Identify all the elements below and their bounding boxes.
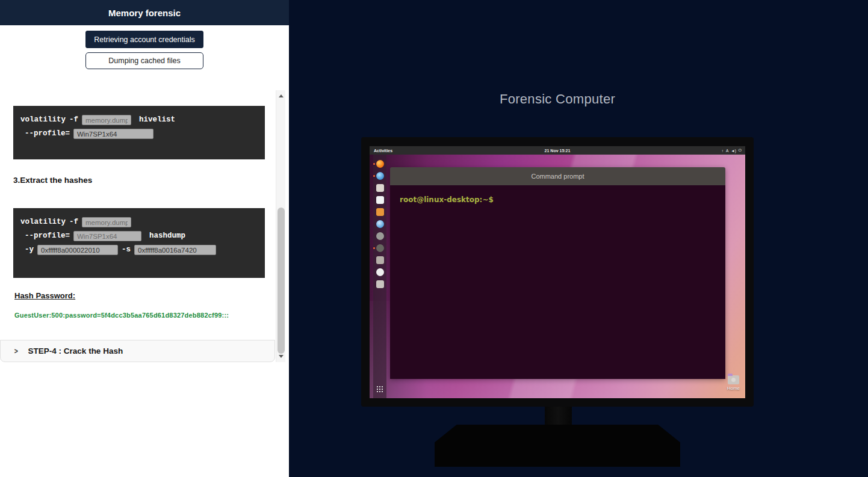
tab-retrieving-account-credentials[interactable]: Retrieving account credentials [85,31,203,48]
home-folder-label: Home [727,386,740,391]
forensic-computer-title: Forensic Computer [361,91,754,107]
terminal-title: Command prompt [531,173,584,180]
accordion-label: STEP-4 : Crack the Hash [28,346,123,355]
monitor: Activities 21 Nov 15:21 ↑ A ◄) ⏻ [361,137,754,407]
memory-forensic-panel: Memory forensic Retrieving account crede… [0,0,289,477]
archive-icon[interactable] [376,268,384,276]
memory-dump-input[interactable] [82,115,131,125]
command-line: -y -s [20,243,258,257]
command-block-hivelist: volatility -f hivelist --profile= [13,106,265,159]
power-icon[interactable]: ⏻ [739,148,742,153]
cmd-volatility: volatility [20,113,66,127]
clock-button[interactable]: 21 Nov 15:21 [370,149,745,153]
system-offset-input[interactable] [37,245,118,255]
command-line: --profile= hashdump [20,229,258,243]
files-icon[interactable] [376,184,384,192]
flag-s: -s [122,243,131,257]
command-line: --profile= [20,127,258,141]
panel-header: Memory forensic [0,0,289,25]
document-icon[interactable] [376,196,384,204]
plugin-hivelist: hivelist [135,113,175,127]
section-heading-extract-hashes: 3.Extract the hashes [13,176,276,185]
panel-title: Memory forensic [108,8,181,18]
dock [373,155,386,398]
command-line: volatility -f [20,215,258,229]
volume-icon[interactable]: ◄) [731,149,736,153]
firefox-icon[interactable] [376,160,384,168]
flag-f: -f [69,215,78,229]
scrollbar-up-arrow-icon[interactable] [276,91,286,100]
desktop-topbar: Activities 21 Nov 15:21 ↑ A ◄) ⏻ [370,146,745,155]
sam-offset-input[interactable] [134,245,216,255]
network-up-icon[interactable]: ↑ [722,149,724,153]
terminal-titlebar[interactable]: Command prompt [390,167,725,185]
tab-dumping-cached-files[interactable]: Dumping cached files [85,52,203,69]
memory-dump-input[interactable] [82,217,131,227]
terminal-body[interactable]: root@linux-desktop:~$ [390,185,725,379]
settings-icon[interactable] [376,244,384,252]
updater-icon[interactable] [376,232,384,240]
folder-icon [728,375,739,384]
monitor-stand-base [435,425,680,467]
screenshot-icon[interactable] [376,256,384,264]
mail-icon[interactable] [376,172,384,180]
system-tray: ↑ A ◄) ⏻ [722,148,742,153]
terminal-prompt: root@linux-desktop:~$ [400,195,494,204]
terminal-window: Command prompt root@linux-desktop:~$ [390,167,725,379]
flag-f: -f [69,113,78,127]
instructions-scroll-area[interactable]: volatility -f hivelist --profile= 3.Extr… [0,90,276,362]
hash-password-value: GuestUser:500:password=5f4dcc3b5aa765d61… [14,312,261,319]
plugin-hashdump: hashdump [145,229,185,243]
scrollbar-track[interactable] [276,90,285,362]
profile-input[interactable] [73,129,153,139]
command-block-hashdump: volatility -f --profile= hashdump -y -s [13,208,265,278]
trash-icon[interactable] [376,280,384,288]
accessibility-icon[interactable]: A [726,149,728,153]
profile-input[interactable] [73,231,141,241]
command-line: volatility -f hivelist [20,113,258,127]
software-icon[interactable] [376,208,384,216]
app-root: Memory forensic Retrieving account crede… [0,0,868,477]
chevron-right-icon: > [14,346,18,355]
cmd-volatility: volatility [20,215,66,229]
app-grid-icon[interactable] [376,386,383,393]
hash-password-heading: Hash Password: [14,291,276,300]
profile-flag: --profile= [25,229,70,243]
home-folder-shortcut[interactable]: Home [727,375,740,391]
desktop-wallpaper: Command prompt root@linux-desktop:~$ Hom… [370,155,745,398]
accordion-step4-crack-the-hash[interactable]: > STEP-4 : Crack the Hash [0,340,275,362]
scrollbar-down-arrow-icon[interactable] [276,352,286,361]
task-tabs: Retrieving account credentials Dumping c… [0,31,289,69]
profile-flag: --profile= [25,127,70,141]
help-icon[interactable] [376,220,384,228]
monitor-stand-neck [545,407,572,426]
flag-y: -y [25,243,34,257]
scrollbar-thumb[interactable] [277,208,285,354]
forensic-computer-panel: Forensic Computer Activities 21 Nov 15:2… [289,0,868,477]
monitor-screen: Activities 21 Nov 15:21 ↑ A ◄) ⏻ [370,146,745,398]
